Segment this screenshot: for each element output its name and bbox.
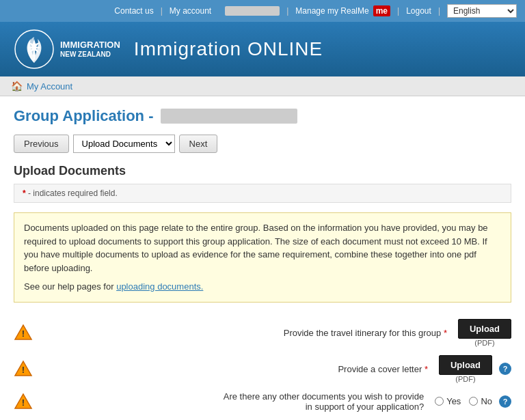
cover-letter-help-icon[interactable]: ? [499,363,511,375]
no-radio-label[interactable]: No [469,396,492,406]
cover-letter-format: (PDF) [455,375,475,383]
travel-itinerary-upload-group: Upload (PDF) [458,319,511,347]
manage-realme-link[interactable]: Manage my RealMe [295,6,368,16]
account-placeholder [225,6,280,16]
other-docs-label: Are there any other documents you wish t… [40,391,428,412]
required-note-text: - indicates required field. [28,188,118,198]
info-box-help: See our help pages for uploading documen… [24,280,501,294]
my-account-link[interactable]: My account [170,6,211,16]
cover-letter-upload-button[interactable]: Upload [439,355,492,375]
sep4: | [397,6,399,16]
travel-itinerary-label: Provide the travel itinerary for this gr… [40,328,451,338]
step-select[interactable]: Upload Documents [73,135,175,153]
svg-text:!: ! [22,328,25,339]
yes-radio-label[interactable]: Yes [435,396,461,406]
info-box: Documents uploaded on this page relate t… [14,212,511,303]
svg-text:!: ! [22,397,25,408]
next-button[interactable]: Next [179,135,218,153]
upload-section: ! Provide the travel itinerary for this … [14,315,511,416]
other-docs-radio-group: Yes No [435,396,492,406]
warning-icon-3: ! [14,392,33,411]
logo-text: IMMIGRATION NEW ZEALAND [60,40,120,59]
other-documents-row: ! Are there any other documents you wish… [14,387,511,416]
required-asterisk: * [23,188,26,198]
previous-button[interactable]: Previous [14,135,69,153]
travel-itinerary-format: (PDF) [474,339,494,347]
cover-letter-label: Provide a cover letter * [40,364,432,374]
breadcrumb-my-account[interactable]: My Account [27,81,72,92]
warning-icon-1: ! [14,323,33,342]
uploading-documents-link[interactable]: uploading documents. [116,281,203,292]
info-box-paragraph: Documents uploaded on this page relate t… [24,221,501,275]
yes-radio[interactable] [435,397,444,406]
no-radio[interactable] [469,397,478,406]
required-note: * - indicates required field. [14,184,511,203]
header-title: Immigration ONLINE [134,38,323,60]
breadcrumb: 🏠 My Account [0,76,525,96]
warning-icon-2: ! [14,359,33,378]
language-select[interactable]: English Te Reo Māori [447,4,517,18]
travel-itinerary-row: ! Provide the travel itinerary for this … [14,315,511,351]
cover-letter-upload-group: Upload (PDF) [439,355,492,383]
home-icon[interactable]: 🏠 [11,81,23,92]
svg-text:!: ! [22,365,25,375]
application-id-placeholder [161,109,297,124]
section-heading: Upload Documents [14,164,511,178]
sep3: | [286,6,288,16]
travel-itinerary-upload-button[interactable]: Upload [458,319,511,339]
nz-logo-icon [14,29,55,70]
realme-badge: me [373,5,390,16]
logo-area: IMMIGRATION NEW ZEALAND [14,29,120,70]
page-title-row: Group Application - [14,107,511,125]
top-navigation: Contact us | My account | Manage my Real… [0,0,525,22]
page-title-text: Group Application - [14,107,154,125]
step-navigation-row: Previous Upload Documents Next [14,135,511,153]
sep1: | [161,6,163,16]
other-docs-help-icon[interactable]: ? [499,395,511,408]
header: IMMIGRATION NEW ZEALAND Immigration ONLI… [0,22,525,76]
main-content: Group Application - Previous Upload Docu… [0,96,525,420]
logout-link[interactable]: Logout [406,6,431,16]
cover-letter-row: ! Provide a cover letter * Upload (PDF) … [14,351,511,387]
sep5: | [438,6,440,16]
contact-us-link[interactable]: Contact us [114,6,153,16]
